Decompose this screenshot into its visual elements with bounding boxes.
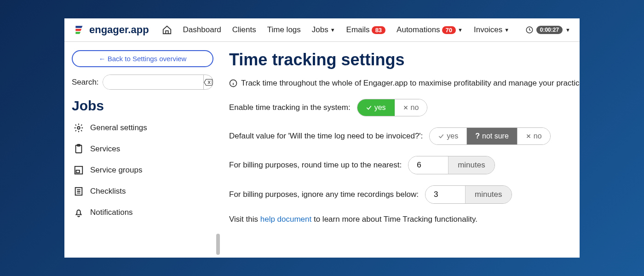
help-row: Visit this help document to learn more a… xyxy=(229,215,580,224)
enable-tracking-label: Enable time tracking in the system: xyxy=(229,103,351,112)
help-document-link[interactable]: help document xyxy=(260,215,312,224)
check-icon xyxy=(438,133,444,139)
search-input-wrap xyxy=(103,75,213,90)
timer-widget[interactable]: 0:00:27 ▼ xyxy=(525,26,570,34)
enable-no-button[interactable]: no xyxy=(395,99,427,116)
ignore-time-row: For billing purposes, ignore any time re… xyxy=(229,185,580,204)
logo-icon xyxy=(74,24,86,36)
round-time-label: For billing purposes, round time up to t… xyxy=(229,161,402,170)
search-input[interactable] xyxy=(103,75,203,89)
page-title: Time tracking settings xyxy=(229,50,580,69)
app-window: engager.app Dashboard Clients Time logs … xyxy=(64,18,580,258)
topbar: engager.app Dashboard Clients Time logs … xyxy=(64,18,580,42)
sidebar-item-label: Checklists xyxy=(90,187,126,196)
clear-search-button[interactable] xyxy=(203,75,213,89)
logo-block[interactable]: engager.app xyxy=(74,24,149,36)
invoiced-yes-button[interactable]: yes xyxy=(430,128,467,144)
default-invoiced-segmented: yes ? not sure no xyxy=(429,127,550,145)
nav-dashboard[interactable]: Dashboard xyxy=(183,25,221,34)
round-time-input[interactable] xyxy=(408,156,448,174)
back-to-settings-button[interactable]: ← Back to Settings overview xyxy=(72,50,213,67)
invoiced-no-button[interactable]: no xyxy=(518,128,550,144)
default-invoiced-label: Default value for 'Will the time log nee… xyxy=(229,132,423,141)
bell-icon xyxy=(74,207,84,218)
enable-tracking-toggle: yes no xyxy=(357,99,428,116)
intro-text: Track time throughout the whole of Engag… xyxy=(229,79,580,88)
emails-badge: 83 xyxy=(372,26,385,34)
checklist-icon xyxy=(74,186,84,196)
enable-tracking-row: Enable time tracking in the system: yes … xyxy=(229,99,580,116)
sidebar-item-general-settings[interactable]: General settings xyxy=(72,117,213,138)
sidebar-item-label: General settings xyxy=(90,123,147,132)
x-icon xyxy=(403,105,408,110)
nav-jobs[interactable]: Jobs ▼ xyxy=(312,25,335,34)
sidebar-item-label: Services xyxy=(90,144,120,154)
backspace-icon xyxy=(204,79,213,86)
ignore-time-label: For billing purposes, ignore any time re… xyxy=(229,190,419,199)
nav-clients[interactable]: Clients xyxy=(232,25,256,34)
search-label: Search: xyxy=(72,78,99,87)
svg-rect-5 xyxy=(76,170,80,173)
sidebar-list: General settings Services Service groups… xyxy=(72,117,213,223)
clock-icon xyxy=(525,26,534,34)
search-row: Search: xyxy=(72,75,213,90)
clipboard-icon xyxy=(74,144,84,154)
info-icon xyxy=(229,79,237,87)
ignore-time-unit: minutes xyxy=(465,186,512,203)
sidebar-item-label: Service groups xyxy=(90,166,142,175)
brand-name: engager.app xyxy=(89,24,149,36)
settings-sidebar: ← Back to Settings overview Search: Jobs… xyxy=(64,42,221,258)
sidebar-item-checklists[interactable]: Checklists xyxy=(72,181,213,202)
nav-emails[interactable]: Emails 83 xyxy=(346,25,385,34)
round-time-row: For billing purposes, round time up to t… xyxy=(229,156,580,174)
round-time-unit: minutes xyxy=(448,156,494,174)
invoiced-notsure-button[interactable]: ? not sure xyxy=(467,128,518,144)
main-nav: Dashboard Clients Time logs Jobs ▼ Email… xyxy=(162,25,510,35)
automations-badge: 70 xyxy=(442,26,456,34)
question-icon: ? xyxy=(475,132,480,140)
sidebar-item-label: Notifications xyxy=(90,208,133,217)
nav-home[interactable] xyxy=(162,25,172,35)
group-icon xyxy=(74,165,84,175)
ignore-time-input[interactable] xyxy=(426,186,465,203)
chevron-down-icon: ▼ xyxy=(330,27,335,33)
x-icon xyxy=(526,133,531,139)
sidebar-item-service-groups[interactable]: Service groups xyxy=(72,160,213,181)
enable-yes-button[interactable]: yes xyxy=(357,99,395,116)
scrollbar-thumb[interactable] xyxy=(216,234,220,255)
timer-value: 0:00:27 xyxy=(536,26,563,34)
main-content: Time tracking settings Track time throug… xyxy=(221,42,580,258)
chevron-down-icon: ▼ xyxy=(565,27,570,33)
gear-icon xyxy=(74,123,84,133)
svg-point-1 xyxy=(77,126,80,129)
sidebar-heading: Jobs xyxy=(72,98,213,114)
chevron-down-icon: ▼ xyxy=(504,27,509,33)
nav-invoices[interactable]: Invoices ▼ xyxy=(474,25,509,34)
sidebar-item-notifications[interactable]: Notifications xyxy=(72,202,213,223)
home-icon xyxy=(162,25,172,35)
round-time-field: minutes xyxy=(408,156,495,174)
chevron-down-icon: ▼ xyxy=(458,27,463,33)
nav-timelogs[interactable]: Time logs xyxy=(267,25,301,34)
check-icon xyxy=(366,104,372,111)
nav-automations[interactable]: Automations 70 ▼ xyxy=(397,25,463,34)
sidebar-item-services[interactable]: Services xyxy=(72,138,213,160)
default-invoiced-row: Default value for 'Will the time log nee… xyxy=(229,127,580,145)
ignore-time-field: minutes xyxy=(425,185,512,204)
